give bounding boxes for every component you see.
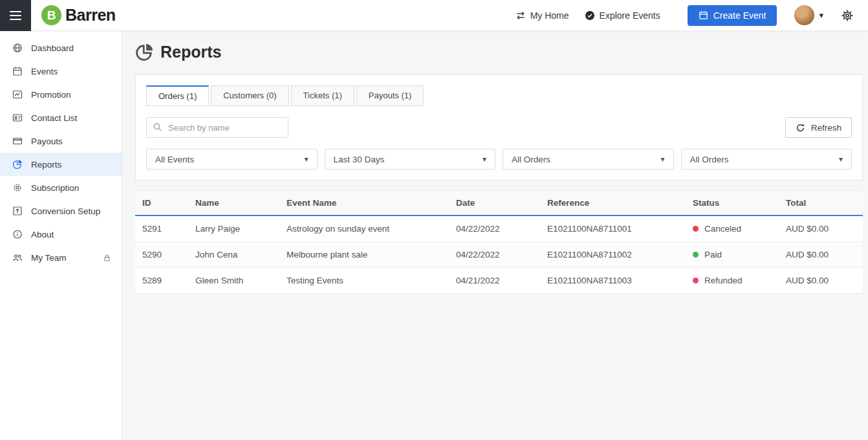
customer-name: Gleen Smith xyxy=(188,276,279,285)
filter-all-events[interactable]: All Events ▾ xyxy=(146,149,318,170)
search-icon xyxy=(153,122,162,132)
sidebar-item-label: Reports xyxy=(31,160,61,170)
toolbar: Refresh xyxy=(146,117,852,138)
status-dot xyxy=(693,226,699,232)
refresh-icon xyxy=(796,123,805,133)
table-row[interactable]: 5290 John Cena Melbourne plant sale 04/2… xyxy=(135,242,863,268)
filters-card: Orders (1) Customers (0) Tickets (1) Pay… xyxy=(135,74,863,181)
order-date: 04/22/2022 xyxy=(449,224,540,234)
chevron-down-icon: ▾ xyxy=(660,155,664,164)
subscription-gear-icon xyxy=(12,182,23,193)
order-reference: E1021100NA8711001 xyxy=(540,224,686,234)
filter-value: Last 30 Days xyxy=(334,155,385,164)
pie-chart-icon xyxy=(12,159,23,170)
page-header: Reports xyxy=(135,43,863,61)
column-header-name: Name xyxy=(188,198,279,208)
chevron-down-icon: ▾ xyxy=(483,155,486,164)
app-window: B Barren My Home Explore Events Create xyxy=(0,0,868,440)
sidebar-item-label: Subscription xyxy=(31,183,79,193)
sidebar-item-my-team[interactable]: My Team xyxy=(0,246,122,269)
page-title: Reports xyxy=(160,43,221,61)
sidebar-item-reports[interactable]: Reports xyxy=(0,153,122,176)
sidebar-item-conversion-setup[interactable]: Conversion Setup xyxy=(0,199,122,223)
order-date: 04/22/2022 xyxy=(449,250,540,259)
sidebar-item-dashboard[interactable]: Dashboard xyxy=(0,36,122,60)
order-date: 04/21/2022 xyxy=(449,276,540,285)
explore-events-link[interactable]: Explore Events xyxy=(585,10,660,21)
create-event-button[interactable]: Create Event xyxy=(688,5,777,26)
filter-order-type[interactable]: All Orders ▾ xyxy=(681,149,852,170)
status-dot xyxy=(693,252,699,258)
tab-customers[interactable]: Customers (0) xyxy=(211,85,288,106)
transfer-arrows-icon xyxy=(515,10,526,21)
create-event-label: Create Event xyxy=(713,10,766,21)
tab-tickets[interactable]: Tickets (1) xyxy=(291,85,354,106)
filter-date-range[interactable]: Last 30 Days ▾ xyxy=(325,149,496,170)
refresh-label: Refresh xyxy=(811,123,841,133)
status-badge: Paid xyxy=(686,250,779,259)
status-label: Canceled xyxy=(704,224,741,234)
brand-icon: B xyxy=(41,5,61,25)
column-header-date: Date xyxy=(449,198,540,208)
table-row[interactable]: 5289 Gleen Smith Testing Events 04/21/20… xyxy=(135,268,863,294)
sidebar-item-events[interactable]: Events xyxy=(0,60,122,83)
filter-order-status[interactable]: All Orders ▾ xyxy=(503,149,674,170)
sidebar-item-label: Events xyxy=(31,67,58,76)
calendar-icon xyxy=(12,66,23,77)
filter-row: All Events ▾ Last 30 Days ▾ All Orders ▾… xyxy=(146,149,852,170)
calendar-plus-icon xyxy=(699,10,708,20)
order-id: 5289 xyxy=(135,276,188,285)
sidebar-item-promotion[interactable]: Promotion xyxy=(0,83,122,106)
hamburger-menu-button[interactable] xyxy=(0,0,31,31)
table-row[interactable]: 5291 Larry Paige Astrology on sunday eve… xyxy=(135,216,863,242)
brand-logo[interactable]: B Barren xyxy=(41,5,116,25)
chevron-down-icon[interactable]: ▾ xyxy=(819,10,823,20)
credit-card-icon xyxy=(12,136,23,147)
brand-name: Barren xyxy=(65,6,116,25)
sidebar: Dashboard Events Promotion Contact List xyxy=(0,31,122,440)
column-header-reference: Reference xyxy=(540,198,686,208)
sidebar-item-about[interactable]: About xyxy=(0,223,122,246)
order-reference: E1021100NA8711002 xyxy=(540,250,686,259)
sidebar-item-contact-list[interactable]: Contact List xyxy=(0,106,122,129)
refresh-button[interactable]: Refresh xyxy=(785,117,852,138)
customer-name: Larry Paige xyxy=(188,224,279,234)
tab-orders[interactable]: Orders (1) xyxy=(146,85,209,106)
report-tabs: Orders (1) Customers (0) Tickets (1) Pay… xyxy=(146,85,852,106)
sidebar-item-label: My Team xyxy=(31,253,67,263)
explore-events-label: Explore Events xyxy=(600,10,660,21)
column-header-total: Total xyxy=(779,198,863,208)
topbar-actions: My Home Explore Events Create Event ▾ xyxy=(515,5,868,26)
event-name: Astrology on sunday event xyxy=(279,224,449,234)
lock-icon xyxy=(103,254,111,262)
promotion-chart-icon xyxy=(12,89,23,100)
conversion-export-icon xyxy=(12,206,23,217)
main-content: Reports Orders (1) Customers (0) Tickets… xyxy=(122,31,868,440)
filter-value: All Events xyxy=(155,155,194,164)
sidebar-item-label: Conversion Setup xyxy=(31,206,100,216)
explore-icon xyxy=(585,10,595,21)
sidebar-item-label: Payouts xyxy=(31,137,63,146)
search-input[interactable] xyxy=(146,117,288,138)
column-header-event-name: Event Name xyxy=(279,198,449,208)
chevron-down-icon: ▾ xyxy=(304,155,308,164)
dashboard-icon xyxy=(12,43,23,54)
status-dot xyxy=(693,278,699,283)
my-home-link[interactable]: My Home xyxy=(515,10,569,21)
sidebar-item-label: Dashboard xyxy=(31,43,74,53)
status-label: Paid xyxy=(704,250,722,259)
order-reference: E1021100NA8711003 xyxy=(540,276,686,285)
order-total: AUD $0.00 xyxy=(779,224,863,234)
customer-name: John Cena xyxy=(188,250,279,259)
status-badge: Refunded xyxy=(686,276,779,285)
status-label: Refunded xyxy=(704,276,743,285)
contact-card-icon xyxy=(12,113,23,124)
sidebar-item-payouts[interactable]: Payouts xyxy=(0,129,122,153)
gear-icon[interactable] xyxy=(841,9,854,22)
avatar[interactable] xyxy=(794,5,814,25)
order-id: 5291 xyxy=(135,224,188,234)
sidebar-item-subscription[interactable]: Subscription xyxy=(0,176,122,199)
tab-payouts[interactable]: Payouts (1) xyxy=(356,85,424,106)
info-icon xyxy=(12,229,23,240)
order-total: AUD $0.00 xyxy=(779,276,863,285)
